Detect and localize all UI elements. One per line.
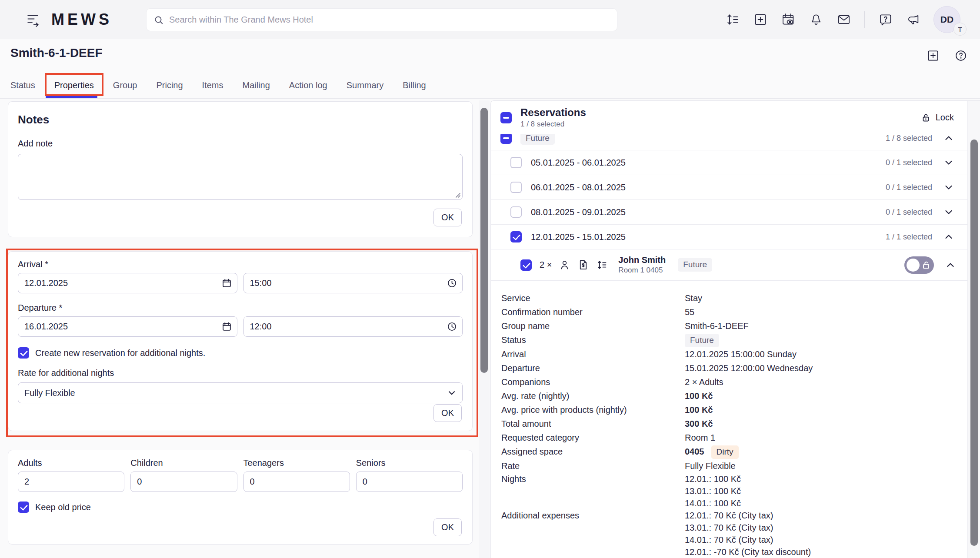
reservation-checkbox[interactable]: [510, 182, 522, 193]
guest-name[interactable]: John Smith: [618, 255, 666, 265]
calendar-availability-icon[interactable]: [781, 12, 796, 27]
question-circle-icon[interactable]: [954, 49, 968, 63]
reservation-date-range: 05.01.2025 - 06.01.2025: [531, 158, 626, 168]
search-icon: [153, 15, 164, 25]
keep-old-price-checkbox[interactable]: [18, 502, 29, 513]
rate-select[interactable]: Fully Flexible: [18, 382, 463, 403]
add-square-icon[interactable]: [926, 49, 940, 63]
departure-time-input[interactable]: [243, 316, 463, 337]
textarea-resize-handle[interactable]: [455, 192, 461, 198]
reservation-row-3[interactable]: 08.01.2025 - 09.01.2025 0 / 1 selected: [491, 200, 980, 225]
mail-icon[interactable]: [837, 12, 851, 27]
create-new-reservation-label: Create new reservation for additional ni…: [35, 348, 205, 358]
reservation-checkbox[interactable]: [510, 157, 522, 168]
lock-toggle[interactable]: [904, 256, 934, 274]
lock-label: Lock: [936, 113, 954, 123]
tab-mailing[interactable]: Mailing: [243, 80, 270, 90]
arrival-label: Arrival *: [18, 259, 463, 269]
rate-additional-nights-label: Rate for additional nights: [18, 368, 463, 378]
occupancy-ok-button[interactable]: OK: [433, 518, 462, 536]
guest-count: 2 ×: [540, 260, 552, 270]
guest-row-john-smith[interactable]: 2 ×: [491, 249, 980, 281]
group-select-checkbox[interactable]: [500, 134, 512, 144]
detail-row-departure: Departure 15.01.2025 12:00:00 Wednesday: [501, 361, 954, 375]
lock-button[interactable]: Lock: [921, 113, 954, 123]
tab-pricing[interactable]: Pricing: [156, 80, 183, 90]
tab-action-log[interactable]: Action log: [289, 80, 327, 90]
stay-ok-button[interactable]: OK: [433, 404, 462, 422]
chevron-down-icon[interactable]: [943, 207, 954, 217]
arrival-date-input[interactable]: [18, 273, 237, 293]
reservation-row-1[interactable]: 05.01.2025 - 06.01.2025 0 / 1 selected: [491, 150, 980, 175]
sidebar-toggle-icon[interactable]: [25, 11, 42, 28]
avatar-badge: T: [953, 23, 967, 36]
tab-items[interactable]: Items: [202, 80, 223, 90]
chevron-down-icon[interactable]: [943, 157, 954, 168]
chevron-up-icon[interactable]: [943, 134, 954, 143]
calendar-icon[interactable]: [221, 278, 232, 289]
left-panel-scrollbar[interactable]: [480, 108, 488, 373]
reservations-title: Reservations: [520, 106, 586, 119]
tab-status[interactable]: Status: [10, 80, 35, 90]
topbar-actions: DD T: [725, 0, 960, 39]
header-actions: [926, 49, 968, 63]
detail-row-arrival: Arrival 12.01.2025 15:00:00 Sunday: [501, 347, 954, 361]
notes-ok-button[interactable]: OK: [433, 209, 462, 226]
detail-row-confirmation-number: Confirmation number 55: [501, 305, 954, 319]
help-bubble-icon[interactable]: [878, 12, 893, 27]
invoice-document-icon[interactable]: [577, 259, 589, 271]
mews-logo[interactable]: MEWS: [51, 0, 112, 39]
reservation-date-range: 08.01.2025 - 09.01.2025: [531, 207, 626, 217]
notes-heading: Notes: [18, 113, 463, 126]
sort-list-icon[interactable]: [596, 259, 608, 271]
adults-input[interactable]: [18, 472, 124, 492]
reservation-row-2[interactable]: 06.01.2025 - 08.01.2025 0 / 1 selected: [491, 175, 980, 200]
group-row-future[interactable]: Future 1 / 8 selected: [491, 134, 980, 150]
calendar-icon[interactable]: [221, 321, 232, 332]
tab-summary[interactable]: Summary: [347, 80, 384, 90]
reservation-date-range: 12.01.2025 - 15.01.2025: [531, 232, 626, 242]
clock-icon[interactable]: [447, 321, 457, 332]
expense-line: 14.01.: 70 Kč (City tax): [685, 534, 811, 546]
tab-group[interactable]: Group: [113, 80, 137, 90]
notifications-bell-icon[interactable]: [809, 12, 823, 27]
guest-checkbox[interactable]: [520, 259, 532, 271]
add-square-icon[interactable]: [753, 12, 768, 27]
reservations-scrollbar[interactable]: [970, 140, 978, 546]
tab-properties[interactable]: Properties: [54, 80, 94, 90]
reservation-selected-count: 0 / 1 selected: [886, 158, 932, 167]
search-input[interactable]: [169, 15, 610, 25]
sort-list-icon[interactable]: [725, 12, 740, 27]
chevron-up-icon[interactable]: [943, 232, 954, 242]
night-line: 14.01.: 100 Kč: [685, 497, 741, 509]
departure-date-input[interactable]: [18, 316, 237, 337]
children-input[interactable]: [130, 472, 237, 492]
keep-old-price-label: Keep old price: [35, 502, 91, 512]
rate-select-value: Fully Flexible: [24, 388, 75, 398]
person-icon[interactable]: [559, 259, 570, 271]
reservation-checkbox[interactable]: [510, 206, 522, 218]
lock-open-icon: [921, 260, 931, 270]
tab-billing[interactable]: Billing: [403, 80, 426, 90]
create-new-reservation-checkbox[interactable]: [18, 347, 29, 359]
reservations-select-all-checkbox[interactable]: [500, 112, 512, 123]
arrival-time-input[interactable]: [243, 273, 463, 293]
reservation-row-4[interactable]: 12.01.2025 - 15.01.2025 1 / 1 selected: [491, 225, 980, 249]
detail-label: Status: [501, 333, 685, 347]
user-avatar-wrap: DD T: [933, 6, 960, 33]
detail-row-avg-price: Avg. price with products (nightly) 100 K…: [501, 403, 954, 417]
chevron-up-icon[interactable]: [945, 260, 956, 270]
reservation-checkbox[interactable]: [510, 231, 522, 242]
occupancy-card: Adults Children Teenagers Seniors Keep o…: [8, 450, 473, 545]
chevron-down-icon[interactable]: [943, 182, 954, 193]
teenagers-input[interactable]: [243, 472, 350, 492]
announcements-megaphone-icon[interactable]: [906, 12, 920, 27]
status-badge: Future: [685, 334, 719, 347]
tabs-bottom-border: [0, 98, 980, 99]
topbar-divider: [864, 11, 865, 28]
seniors-input[interactable]: [356, 472, 463, 492]
reservations-list: Future 1 / 8 selected 05.01.2025 - 06.01…: [491, 134, 980, 281]
clock-icon[interactable]: [447, 278, 457, 289]
note-textarea[interactable]: [18, 154, 463, 200]
stay-dates-card: Arrival * Departure *: [8, 251, 473, 431]
